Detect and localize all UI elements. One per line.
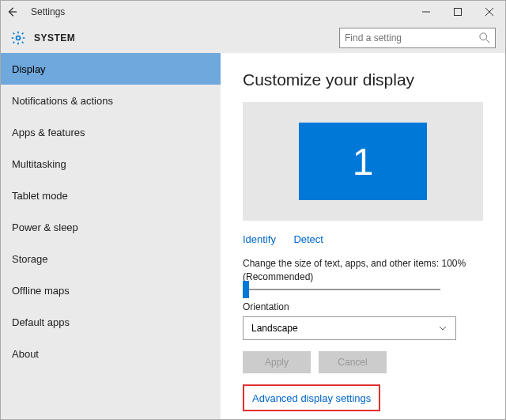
sidebar-item-storage[interactable]: Storage <box>1 243 221 274</box>
back-arrow-icon <box>6 6 17 17</box>
window-title: Settings <box>31 6 65 17</box>
page-title: Customize your display <box>243 70 483 89</box>
slider-thumb[interactable] <box>243 281 249 298</box>
slider-track <box>243 289 440 290</box>
scale-slider[interactable] <box>243 289 483 290</box>
sidebar-item-label: Multitasking <box>12 158 66 170</box>
sidebar-item-about[interactable]: About <box>1 338 221 369</box>
svg-point-5 <box>480 33 487 40</box>
back-button[interactable] <box>1 1 23 23</box>
sidebar-item-label: Offline maps <box>12 285 70 297</box>
sidebar-item-label: Apps & features <box>12 127 85 138</box>
sidebar: Display Notifications & actions Apps & f… <box>1 53 221 420</box>
header-title: SYSTEM <box>34 32 75 44</box>
sidebar-item-label: Display <box>12 63 46 75</box>
orientation-select[interactable]: Landscape <box>243 316 456 340</box>
button-label: Apply <box>265 357 289 368</box>
close-button[interactable] <box>474 1 505 23</box>
maximize-button[interactable] <box>442 1 474 23</box>
svg-point-4 <box>17 36 21 40</box>
minimize-icon <box>422 8 430 16</box>
button-label: Cancel <box>338 357 367 368</box>
scale-label: Change the size of text, apps, and other… <box>243 257 483 284</box>
sidebar-item-tablet[interactable]: Tablet mode <box>1 180 221 211</box>
sidebar-item-label: Power & sleep <box>12 221 78 233</box>
minimize-button[interactable] <box>410 1 442 23</box>
detect-link[interactable]: Detect <box>293 233 323 245</box>
sidebar-item-label: Default apps <box>12 316 70 328</box>
search-input[interactable] <box>345 32 479 44</box>
search-box[interactable] <box>339 28 496 48</box>
sidebar-item-apps[interactable]: Apps & features <box>1 116 221 148</box>
sidebar-item-multitasking[interactable]: Multitasking <box>1 148 221 180</box>
advanced-display-link[interactable]: Advanced display settings <box>252 392 371 404</box>
gear-icon <box>10 30 26 46</box>
sidebar-item-offline-maps[interactable]: Offline maps <box>1 274 221 306</box>
sidebar-item-label: About <box>12 348 39 360</box>
sidebar-item-label: Tablet mode <box>12 190 68 202</box>
titlebar: Settings <box>1 1 505 23</box>
highlight-box: Advanced display settings <box>243 384 380 411</box>
header: SYSTEM <box>1 23 505 53</box>
select-value: Landscape <box>251 323 298 334</box>
orientation-label: Orientation <box>243 301 483 312</box>
sidebar-item-power[interactable]: Power & sleep <box>1 211 221 243</box>
sidebar-item-label: Notifications & actions <box>12 95 113 107</box>
sidebar-item-default-apps[interactable]: Default apps <box>1 306 221 338</box>
cancel-button: Cancel <box>319 351 387 373</box>
monitor-1[interactable]: 1 <box>299 123 427 200</box>
sidebar-item-notifications[interactable]: Notifications & actions <box>1 85 221 116</box>
monitor-number: 1 <box>353 140 374 184</box>
apply-button: Apply <box>243 351 311 373</box>
svg-line-6 <box>486 40 489 43</box>
display-preview: 1 <box>243 102 483 221</box>
close-icon <box>485 8 493 16</box>
identify-link[interactable]: Identify <box>243 233 276 245</box>
chevron-down-icon <box>438 324 447 333</box>
maximize-icon <box>454 8 462 16</box>
sidebar-item-label: Storage <box>12 253 48 265</box>
search-icon <box>479 32 490 44</box>
display-actions: Identify Detect <box>243 232 483 246</box>
content: Customize your display 1 Identify Detect… <box>221 53 505 420</box>
svg-rect-1 <box>455 9 462 16</box>
sidebar-item-display[interactable]: Display <box>1 53 221 85</box>
button-row: Apply Cancel <box>243 351 483 373</box>
